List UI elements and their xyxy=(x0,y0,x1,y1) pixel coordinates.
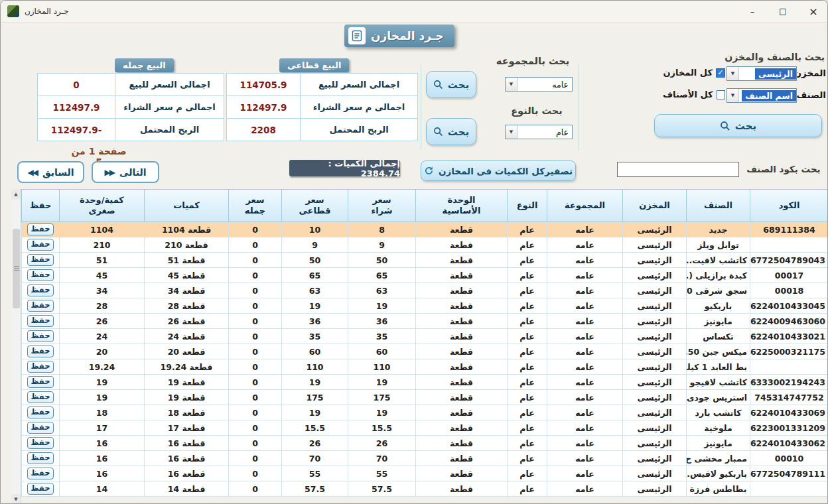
main-search-button-label: بحث xyxy=(735,120,756,132)
maximize-button[interactable]: □ xyxy=(768,1,798,22)
save-button[interactable]: حفظ xyxy=(27,330,54,342)
save-button[interactable]: حفظ xyxy=(27,422,54,434)
cell-save: حفظ xyxy=(22,390,60,405)
save-button[interactable]: حفظ xyxy=(27,239,54,251)
scroll-down-icon[interactable]: ▼ xyxy=(11,494,21,504)
table-row[interactable]: 00010ممبار محشى ح...الرئيسىعامهعامقطعة70… xyxy=(22,451,828,466)
table-row[interactable]: 00017كبدة برازيلى (...الرئيسىعامهعامقطعة… xyxy=(22,268,828,283)
scroll-up-icon[interactable]: ▲ xyxy=(11,189,21,200)
cell-wholesale: 0 xyxy=(229,390,282,405)
cell-save: حفظ xyxy=(22,314,60,329)
table-row[interactable]: 745314747752استريس جودىالرئيسىعامهعامقطع… xyxy=(22,390,828,405)
group-select-value: عامه xyxy=(549,79,572,90)
scrollbar-thumb[interactable] xyxy=(13,229,20,308)
wholesale-row-label: الربح المحتمل xyxy=(115,119,224,141)
all-items-checkbox[interactable]: كل الأصناف xyxy=(663,90,725,99)
table-row[interactable]: 6223001331209ملوخيةالرئيسىعامهعامقطعة15.… xyxy=(22,420,828,436)
minimize-button[interactable]: – xyxy=(737,1,768,22)
cell-type: عام xyxy=(508,405,547,420)
table-row[interactable]: 6772504789043كاتشب لافيت...الرئيسىعامهعا… xyxy=(22,253,828,268)
retail-row-value: 112497.9 xyxy=(227,96,301,119)
save-button[interactable]: حفظ xyxy=(27,407,54,418)
chevron-down-icon[interactable]: ▼ xyxy=(506,78,518,91)
chevron-down-icon[interactable]: ▼ xyxy=(506,125,518,139)
save-button[interactable]: حفظ xyxy=(27,391,54,403)
next-page-button[interactable]: التالى ▶▶ xyxy=(92,161,159,183)
table-row[interactable]: 00018سجق شرقى 50...الرئيسىعامهعامقطعة636… xyxy=(22,283,828,298)
cell-code: 6224010433069 xyxy=(750,405,828,420)
table-row[interactable]: 6224009463060مايونيزالرئيسىعامهعامقطعة36… xyxy=(22,314,828,329)
save-button[interactable]: حفظ xyxy=(27,452,54,464)
save-button[interactable]: حفظ xyxy=(27,284,54,296)
table-row[interactable]: 6333002194243كاتشب لافيجو ...الرئيسىعامه… xyxy=(22,375,828,390)
previous-page-button[interactable]: السابق ◀◀ xyxy=(17,161,84,183)
item-select[interactable]: اسم الصنف ▼ xyxy=(726,88,797,103)
main-search-button[interactable]: بحث xyxy=(654,114,822,137)
vertical-scrollbar[interactable]: ▲ ▼ xyxy=(11,189,21,504)
cell-wholesale: 0 xyxy=(229,375,282,390)
cell-wholesale: 0 xyxy=(229,481,282,497)
table-row[interactable]: بطاطس فرزةالرئيسىعامهعامقطعة57.557.5014 … xyxy=(22,481,828,497)
cell-save: حفظ xyxy=(22,359,60,375)
cell-unit: قطعة xyxy=(416,268,508,283)
cell-retail: 19 xyxy=(282,375,348,390)
cell-warehouse: الرئيسى xyxy=(623,466,687,481)
save-button[interactable]: حفظ xyxy=(27,315,54,327)
zero-quantities-button[interactable]: تصفيركل الكميات فى المخازن xyxy=(421,160,576,181)
cell-retail: 10 xyxy=(282,222,348,237)
all-items-label: كل الأصناف xyxy=(663,90,713,99)
table-row[interactable]: توابل ويلزالرئيسىعامهعامقطعة990210 قطعة2… xyxy=(22,237,828,253)
cell-unit: قطعة xyxy=(416,405,508,420)
cell-buy: 70 xyxy=(348,451,416,466)
group-select[interactable]: عامه ▼ xyxy=(505,77,573,92)
type-select[interactable]: عام ▼ xyxy=(505,125,573,139)
cell-warehouse: الرئيسى xyxy=(623,237,687,253)
cell-type: عام xyxy=(508,298,547,314)
cell-item: ممبار محشى ح... xyxy=(687,451,750,466)
save-button[interactable]: حفظ xyxy=(27,361,54,373)
table-body: 689111384جديدالرئيسىعامهعامقطعة81001104 … xyxy=(22,222,828,497)
cell-save: حفظ xyxy=(22,268,60,283)
code-search-input[interactable] xyxy=(617,162,739,177)
cell-wholesale: 0 xyxy=(229,405,282,420)
warehouse-select-value: الرئيسى xyxy=(755,68,796,80)
table-row[interactable]: 6224010433045باربكيوالرئيسىعامهعامقطعة19… xyxy=(22,298,828,314)
table-row[interactable]: 6772504789111باربكيو لافيس...الرئيسىعامه… xyxy=(22,466,828,481)
table-row[interactable]: 689111384جديدالرئيسىعامهعامقطعة81001104 … xyxy=(22,222,828,237)
cell-group: عامه xyxy=(547,420,623,436)
chevron-down-icon[interactable]: ▼ xyxy=(727,67,739,80)
group-separator xyxy=(579,64,579,151)
save-button[interactable]: حفظ xyxy=(27,300,54,312)
table-row[interactable]: 6225000321175ميكس جبن 50...الرئيسىعامهعا… xyxy=(22,344,828,359)
save-button[interactable]: حفظ xyxy=(27,468,54,479)
cell-item: بطاطس فرزة xyxy=(687,481,750,497)
cell-unit: قطعة xyxy=(416,375,508,390)
column-header: المجموعة xyxy=(547,190,623,222)
chevron-down-icon[interactable]: ▼ xyxy=(727,89,739,102)
save-button[interactable]: حفظ xyxy=(27,346,54,357)
cell-qty: 14 قطعة xyxy=(145,481,229,497)
group-search-button[interactable]: بحث xyxy=(426,71,476,98)
cell-type: عام xyxy=(508,222,547,237)
close-button[interactable]: × xyxy=(798,1,828,22)
table-row[interactable]: 6224010433069كاتشب باردالرئيسىعامهعامقطع… xyxy=(22,405,828,420)
cell-group: عامه xyxy=(547,298,623,314)
zero-quantities-label: تصفيركل الكميات فى المخازن xyxy=(439,166,573,176)
cell-retail: 60 xyxy=(282,344,348,359)
save-button[interactable]: حفظ xyxy=(27,269,54,281)
save-button[interactable]: حفظ xyxy=(27,254,54,266)
warehouse-select[interactable]: الرئيسى ▼ xyxy=(726,66,797,81)
table-row[interactable]: بط العابد 1 كيلوالرئيسىعامهعامقطعة110110… xyxy=(22,359,828,375)
table-row[interactable]: 6224010433021تكساسالرئيسىعامهعامقطعة3535… xyxy=(22,329,828,344)
type-search-button[interactable]: بحث xyxy=(426,118,476,145)
cell-save: حفظ xyxy=(22,237,60,253)
save-button[interactable]: حفظ xyxy=(27,376,54,388)
cell-item: باربكيو لافيس... xyxy=(687,466,750,481)
save-button[interactable]: حفظ xyxy=(27,223,54,235)
cell-warehouse: الرئيسى xyxy=(623,222,687,237)
save-button[interactable]: حفظ xyxy=(27,483,54,495)
save-button[interactable]: حفظ xyxy=(27,437,54,449)
code-search-label: بحث بكود الصنف xyxy=(741,164,826,174)
all-warehouses-checkbox[interactable]: ✓ كل المخازن xyxy=(663,68,725,78)
table-row[interactable]: 6224010433062مايونيزالرئيسىعامهعامقطعة26… xyxy=(22,436,828,451)
